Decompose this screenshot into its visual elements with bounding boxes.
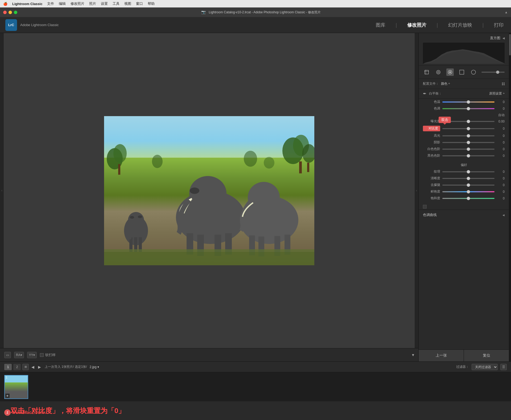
soft-proof-checkbox[interactable] — [40, 353, 44, 357]
highlights-label: 高光 — [423, 133, 440, 138]
filmstrip-toolbar: 1 2 ⊞ ◀ ▶ 上一次导入 1张照片/ 选定1张/ 2.jpg ▾ 过滤器：… — [0, 361, 511, 372]
page-2-button[interactable]: 2 — [13, 364, 21, 370]
right-panel-scrollbar[interactable] — [509, 33, 511, 361]
exposure-thumb[interactable] — [467, 120, 470, 123]
saturation-track[interactable] — [442, 198, 494, 199]
menu-tools[interactable]: 工具 — [113, 1, 119, 6]
whites-thumb[interactable] — [467, 147, 470, 151]
right-panel-toggle[interactable]: › — [415, 33, 418, 348]
top-header: LrC Adobe Lightroom Classic 图库 ｜ 修改照片 ｜ … — [0, 17, 511, 33]
nav-divider-1: ｜ — [394, 22, 399, 28]
panel-options-icon[interactable] — [423, 205, 427, 209]
spot-removal-tool[interactable] — [435, 68, 442, 76]
menu-settings[interactable]: 设置 — [101, 1, 108, 6]
prev-photo-button[interactable]: 上一张 — [419, 350, 464, 361]
linear-gradient-tool[interactable] — [458, 68, 465, 76]
tint-track[interactable] — [442, 108, 494, 109]
bottom-buttons: 上一张 复位 — [419, 349, 509, 361]
menu-view[interactable]: 视图 — [124, 1, 131, 6]
menu-help[interactable]: 帮助 — [148, 1, 155, 6]
auto-button[interactable]: 自动 — [498, 113, 505, 117]
reset-button[interactable]: 复位 — [464, 350, 509, 361]
tab-slideshow[interactable]: 幻灯片放映 — [446, 21, 474, 29]
texture-track[interactable] — [442, 171, 494, 172]
highlights-track[interactable] — [442, 135, 494, 136]
blacks-thumb[interactable] — [467, 154, 470, 157]
tab-print[interactable]: 打印 — [492, 21, 506, 29]
profile-grid-button[interactable] — [502, 83, 505, 85]
highlights-thumb[interactable] — [467, 134, 470, 137]
menu-photo[interactable]: 照片 — [89, 1, 96, 6]
eyedropper-tool[interactable]: ✒ — [423, 91, 426, 96]
saturation-row: 饱和度 0 — [419, 195, 509, 202]
filmstrip-filename[interactable]: 2.jpg ▾ — [90, 365, 99, 369]
tint-thumb[interactable] — [467, 107, 470, 110]
crop-overlay-tool[interactable] — [423, 68, 430, 76]
tone-curve-label: 色调曲线 — [423, 213, 437, 217]
color-temp-track[interactable] — [442, 101, 494, 103]
exposure-value: 0.00 — [497, 120, 505, 123]
tab-develop[interactable]: 修改照片 — [405, 21, 428, 29]
radial-gradient-tool[interactable] — [470, 68, 477, 76]
svg-point-42 — [471, 70, 476, 74]
histogram-collapse-arrow[interactable]: ◀ — [502, 36, 505, 40]
wb-label: 白平衡： — [429, 91, 489, 96]
ra-btn[interactable]: RA▾ — [14, 352, 24, 358]
blacks-track[interactable] — [442, 155, 494, 156]
grid-view-button[interactable]: ⊞ — [22, 364, 29, 370]
next-nav-arrow[interactable]: ▶ — [37, 365, 42, 369]
close-button[interactable] — [3, 11, 7, 14]
color-temp-thumb[interactable] — [467, 100, 470, 104]
blacks-label: 黑色色阶 — [423, 153, 440, 158]
red-eye-tool[interactable] — [446, 68, 454, 76]
tool-slider[interactable] — [481, 72, 505, 73]
vibrance-thumb[interactable] — [467, 190, 470, 193]
tone-curve-section[interactable]: 色调曲线 ◀ — [419, 210, 509, 220]
profile-value[interactable]: 颜色 ÷ — [441, 81, 450, 86]
dehaze-thumb[interactable] — [467, 183, 470, 187]
app-menu-lightroom[interactable]: Lightroom Classic — [12, 2, 42, 6]
prev-nav-arrow[interactable]: ◀ — [30, 365, 35, 369]
minimize-button[interactable] — [9, 11, 12, 14]
clarity-track[interactable] — [442, 178, 494, 179]
saturation-thumb[interactable] — [467, 197, 470, 200]
scrollbar-thumb[interactable] — [509, 34, 511, 55]
menu-develop[interactable]: 修改照片 — [71, 1, 84, 6]
shadows-track[interactable] — [442, 142, 494, 143]
contrast-thumb[interactable] — [467, 127, 470, 130]
filter-dropdown[interactable]: 关闭过滤器 — [472, 364, 498, 370]
frame-mode-btn[interactable]: ▭ — [4, 352, 11, 358]
shadows-thumb[interactable] — [467, 141, 470, 144]
menu-edit[interactable]: 编辑 — [59, 1, 66, 6]
saturation-label: 饱和度 — [423, 196, 440, 201]
tab-library[interactable]: 图库 — [374, 21, 388, 29]
apple-menu[interactable]: 🍎 — [3, 2, 7, 6]
menu-file[interactable]: 文件 — [47, 1, 54, 6]
menu-window[interactable]: 窗口 — [136, 1, 143, 6]
yy-btn[interactable]: YY▾ — [27, 352, 37, 358]
page-1-button[interactable]: 1 — [4, 364, 12, 370]
left-panel-toggle[interactable]: ‹ — [0, 33, 4, 348]
vibrance-track[interactable] — [442, 191, 494, 192]
filmstrip-end-button[interactable]: ☰ — [500, 364, 507, 370]
whites-track[interactable] — [442, 149, 494, 150]
svg-point-38 — [438, 71, 439, 73]
contrast-track[interactable] — [442, 128, 494, 129]
contrast-value: 0 — [497, 127, 505, 131]
clarity-thumb[interactable] — [467, 177, 470, 180]
instruction-bar: 双击「对比度」，将滑块重置为「0」 — [0, 401, 511, 420]
svg-point-12 — [128, 212, 144, 228]
toolbar-dropdown-arrow[interactable]: ▾ — [412, 352, 414, 357]
texture-label: 纹理 — [423, 169, 440, 174]
maximize-button[interactable] — [14, 11, 17, 14]
filmstrip-thumb-1[interactable]: 1 ⊕ — [4, 375, 28, 399]
svg-rect-34 — [425, 70, 428, 74]
histogram-section: 直方图 ◀ — [419, 33, 509, 66]
dehaze-track[interactable] — [442, 185, 494, 186]
svg-rect-41 — [460, 70, 464, 74]
texture-thumb[interactable] — [467, 170, 470, 173]
app-name-label: Adobe Lightroom Classic — [20, 23, 59, 27]
wb-value[interactable]: 原照设置 ÷ — [489, 91, 505, 96]
contrast-label-highlighted[interactable]: 对比度 — [423, 126, 440, 131]
left-bottom-toolbar: ▭ RA▾ YY▾ 软打样 ▾ — [0, 348, 418, 361]
